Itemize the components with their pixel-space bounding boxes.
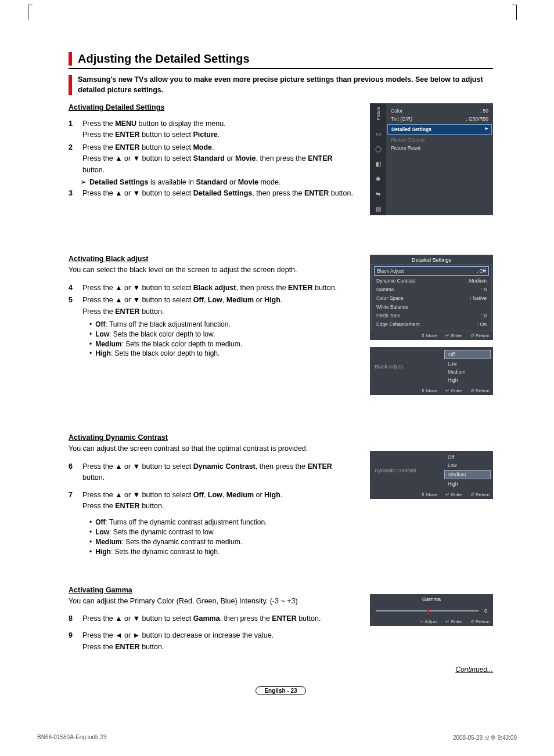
step-row: 1 Press the MENU button to display the m…: [69, 118, 355, 141]
step-number: 7: [69, 490, 82, 512]
bullet-row: Low: Sets the black color depth to low.: [89, 330, 355, 339]
gamma-slider: [376, 610, 479, 612]
list-row: White Balance: [375, 302, 488, 311]
subsection-heading: Activating Dynamic Contrast: [69, 433, 355, 442]
step-text: Press the ▲ or ▼ button to select Off, L…: [82, 490, 355, 512]
updown-icon: ⇕: [421, 492, 425, 497]
option-item: High: [444, 376, 491, 384]
step-text: Press the ▲ or ▼ button to select Gamma,…: [82, 613, 355, 624]
bullet-row: Medium: Sets the black color depth to me…: [89, 339, 355, 349]
bullet-row: Medium: Sets the dynamic contrast to med…: [89, 537, 355, 547]
return-icon: ↺: [470, 492, 474, 497]
step-row: 7Press the ▲ or ▼ button to select Off, …: [69, 490, 355, 512]
footer-left: BN68-01580A-Eng.indb 23: [37, 734, 107, 742]
option-item: Off: [444, 453, 491, 461]
panel-header: Gamma: [370, 594, 493, 603]
step-number: 3: [69, 188, 82, 199]
option-item: High: [444, 480, 491, 488]
bullet-row: Low: Sets the dynamic contrast to low.: [89, 527, 355, 537]
step-number: 1: [69, 118, 82, 141]
step-text: Press the ▲ or ▼ button to select Detail…: [82, 188, 355, 199]
gamma-value: 0: [484, 608, 487, 614]
option-selected: Medium: [444, 470, 491, 479]
continued-label: Continued...: [69, 665, 493, 674]
detailed-settings-panel: Detailed Settings Black Adjust: Off► Dyn…: [370, 255, 493, 340]
chevron-right-icon: ►: [483, 267, 487, 273]
step-row: 6Press the ▲ or ▼ button to select Dynam…: [69, 461, 355, 484]
body-text: You can select the black level on the sc…: [69, 265, 355, 276]
return-icon: ↺: [470, 333, 474, 338]
chevron-right-icon: ►: [484, 126, 489, 131]
menu-row: Picture Options: [391, 136, 488, 144]
list-row: Dynamic Contrast: Medium: [375, 276, 488, 285]
step-number: 5: [69, 295, 82, 317]
option-item: Medium: [444, 368, 491, 376]
step-text: Press the ▲ or ▼ button to select Dynami…: [82, 461, 355, 484]
step-row: 3 Press the ▲ or ▼ button to select Deta…: [69, 188, 355, 199]
panel-footer: ⇕ Move ↵ Enter ↺ Return: [370, 331, 493, 340]
menu-row: Tint (G/R): G50/R50: [391, 115, 488, 123]
step-row: 4Press the ▲ or ▼ button to select Black…: [69, 283, 355, 294]
leftright-icon: ↔: [419, 619, 423, 624]
return-icon: ↺: [470, 619, 474, 624]
option-selected: Off: [444, 350, 491, 359]
footer-right: 2008-05-28 오후 9:43:09: [453, 734, 517, 742]
option-label: Black Adjust: [370, 347, 443, 386]
enter-icon: ↵: [445, 619, 449, 624]
updown-icon: ⇕: [421, 388, 425, 393]
tab-sound-icon: ◯: [373, 144, 383, 153]
body-text: You can adjust the screen contrast so th…: [69, 444, 355, 454]
enter-icon: ↵: [445, 388, 449, 393]
step-row: 9Press the ◄ or ► button to decrease or …: [69, 630, 355, 653]
tab-app-icon: ▤: [373, 205, 383, 213]
step-text: Press the ◄ or ► button to decrease or i…: [82, 630, 355, 653]
enter-icon: ↵: [445, 333, 449, 338]
picture-menu-panel: Picture ▭ ◯ ◧ ✱ ⇆ ▤ Color: 50 Tint (G/R)…: [370, 103, 493, 215]
step-row: 2 Press the ENTER button to select Mode.…: [69, 142, 355, 176]
step-number: 6: [69, 461, 82, 484]
panel-header: Detailed Settings: [370, 255, 493, 264]
updown-icon: ⇕: [421, 333, 425, 338]
enter-icon: ↵: [445, 492, 449, 497]
page-number: English - 23: [69, 686, 493, 695]
bullet-row: High: Sets the dynamic contrast to high.: [89, 547, 355, 557]
subsection-heading: Activating Black adjust: [69, 255, 355, 263]
page-title-block: Adjusting the Detailed Settings: [69, 52, 493, 69]
step-number: 8: [69, 613, 82, 624]
note-row: Detailed Settings is available in Standa…: [82, 177, 355, 188]
option-item: Low: [444, 461, 491, 469]
bullet-row: Off: Turns off the black adjustment func…: [89, 320, 355, 330]
panel-footer: ↔ Adjust ↵ Enter ↺ Return: [370, 617, 493, 626]
step-number: 9: [69, 630, 82, 653]
dynamic-contrast-panel: Dynamic Contrast Off Low Medium High ⇕ M…: [370, 451, 493, 499]
bullet-row: High: Sets the black color depth to high…: [89, 349, 355, 359]
step-text: Press the ENTER button to select Mode. P…: [82, 142, 355, 176]
step-text: Press the MENU button to display the men…: [82, 118, 355, 141]
list-row: Color Space: Native: [375, 294, 488, 302]
step-text: Press the ▲ or ▼ button to select Off, L…: [82, 295, 355, 317]
crop-mark: [28, 5, 33, 20]
intro-text: Samsung's new TVs allow you to make even…: [78, 75, 493, 95]
option-item: Low: [444, 360, 491, 368]
menu-row: Color: 50: [391, 107, 488, 115]
bullet-row: Off: Turns off the dynamic contrast adju…: [89, 518, 355, 527]
accent-bar: [69, 52, 72, 66]
body-text: You can adjust the Primary Color (Red, G…: [69, 596, 355, 607]
list-row: Flesh Tone: 0: [375, 311, 488, 320]
step-row: 5Press the ▲ or ▼ button to select Off, …: [69, 295, 355, 317]
menu-row: Picture Reset: [391, 144, 488, 152]
menu-row-selected: Detailed Settings►: [387, 124, 492, 135]
panel-footer: ⇕ Move ↵ Enter ↺ Return: [370, 386, 493, 395]
tab-channel-icon: ◧: [373, 160, 383, 168]
crop-mark: [512, 5, 517, 20]
accent-bar: [69, 75, 72, 95]
black-adjust-panel: Black Adjust Off Low Medium High ⇕ Move …: [370, 347, 493, 395]
side-tab-label: Picture: [376, 107, 381, 120]
page-title: Adjusting the Detailed Settings: [78, 52, 250, 66]
gamma-panel: Gamma 0 ↔ Adjust ↵ Enter ↺ Return: [370, 594, 493, 626]
list-row: Edge Enhancement: On: [375, 320, 488, 328]
subsection-heading: Activating Detailed Settings: [69, 103, 355, 111]
return-icon: ↺: [470, 388, 474, 393]
step-number: 2: [69, 142, 82, 176]
intro-block: Samsung's new TVs allow you to make even…: [69, 75, 493, 95]
